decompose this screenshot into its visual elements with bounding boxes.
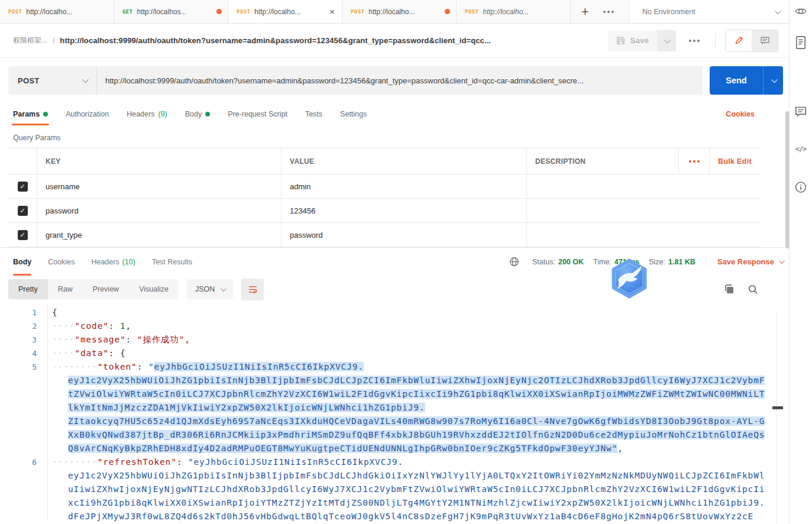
more-options-icon <box>689 160 700 163</box>
tab-label: http://localhos... <box>137 8 212 16</box>
send-options-caret[interactable] <box>763 66 783 95</box>
format-value: JSON <box>195 285 215 293</box>
bird-badge-icon[interactable] <box>610 258 648 299</box>
code-snippet-button[interactable]: </> <box>795 145 807 153</box>
response-tools <box>724 284 758 295</box>
view-mode-switcher: PrettyRawPreviewVisualize <box>8 279 179 299</box>
response-tab-test-results[interactable]: Test Results <box>152 248 192 276</box>
send-button[interactable]: Send <box>710 66 783 95</box>
column-options-cell[interactable] <box>678 148 709 174</box>
wrap-lines-button[interactable] <box>241 279 264 300</box>
method-badge: POST <box>8 9 22 15</box>
environment-selector[interactable]: No Environment <box>629 0 789 23</box>
response-tab-headers[interactable]: Headers(10) <box>91 248 135 276</box>
row-checkbox[interactable]: ✓ <box>18 230 28 240</box>
line-number <box>0 387 37 401</box>
line-number: 4 <box>0 347 37 360</box>
param-value-cell[interactable]: admin <box>281 174 526 198</box>
more-options-icon[interactable] <box>689 40 700 42</box>
code-scroll-marker[interactable] <box>772 406 783 409</box>
view-tab-visualize[interactable]: Visualize <box>129 279 179 299</box>
tab-tests[interactable]: Tests <box>305 103 322 125</box>
bulk-edit-button[interactable]: Bulk Edit <box>709 148 760 174</box>
code-line: 6········"refreshToken": "eyJhbGciOiJSUz… <box>0 455 789 469</box>
edit-mode-button[interactable] <box>726 30 752 51</box>
format-select[interactable]: JSON <box>187 279 233 299</box>
view-tab-pretty[interactable]: Pretty <box>8 279 48 299</box>
param-description-cell[interactable] <box>526 199 760 222</box>
status-value: 200 OK <box>558 258 584 266</box>
param-description-cell[interactable] <box>526 223 760 247</box>
eye-button[interactable] <box>794 5 807 17</box>
response-code[interactable]: 1{2····"code": 1,3····"message": "操作成功",… <box>0 303 789 522</box>
tab-label: Test Results <box>152 258 192 266</box>
save-options-caret[interactable] <box>657 30 676 51</box>
request-toolbar: Save <box>608 24 778 57</box>
request-tab[interactable]: POSThttp://localho... <box>457 0 571 23</box>
code-line: 4····"data": { <box>0 347 789 360</box>
column-header-key: KEY <box>37 148 281 174</box>
globe-icon[interactable] <box>509 257 519 267</box>
cookies-link[interactable]: Cookies <box>726 110 755 118</box>
method-select[interactable]: POST <box>8 66 97 95</box>
line-number <box>0 401 37 415</box>
comments-button[interactable] <box>795 105 807 118</box>
comment-button[interactable] <box>752 30 778 51</box>
save-icon <box>616 36 625 45</box>
documentation-button[interactable] <box>795 35 807 50</box>
close-icon[interactable]: × <box>328 7 336 17</box>
param-key-cell[interactable]: password <box>37 199 281 222</box>
save-button[interactable]: Save <box>608 30 676 51</box>
row-checkbox[interactable]: ✓ <box>18 182 28 192</box>
tab-body[interactable]: Body <box>185 103 211 125</box>
code-line-text: ····"data": { <box>37 347 126 360</box>
param-description-cell[interactable] <box>526 174 760 198</box>
param-key-cell[interactable]: username <box>37 174 281 198</box>
request-tabs-strip: POSThttp://localho...GEThttp://localhos.… <box>0 0 571 23</box>
tab-headers[interactable]: Headers(9) <box>127 103 167 125</box>
request-tab[interactable]: POSThttp://localho...× <box>228 0 342 23</box>
info-button[interactable] <box>795 181 807 193</box>
more-options-icon[interactable] <box>603 11 614 13</box>
param-key-cell[interactable]: grant_type <box>37 223 281 247</box>
copy-icon[interactable] <box>724 284 735 295</box>
tab-authorization[interactable]: Authorization <box>66 103 109 125</box>
request-tab[interactable]: POSThttp://localho... <box>0 0 114 23</box>
code-line: ZItaokcyq7HU5c65z4d1QJmXdsEyh69S7aNcEqs3… <box>0 415 789 428</box>
row-select-cell: ✓ <box>8 199 37 222</box>
send-button-label: Send <box>710 66 763 95</box>
search-icon[interactable] <box>748 284 758 295</box>
breadcrumb-collection[interactable]: 权限框架... <box>13 35 47 46</box>
code-line: 2····"code": 1, <box>0 319 789 333</box>
save-response-button[interactable]: Save Response <box>706 257 783 266</box>
url-input[interactable]: http://localhost:9999/auth/oauth/token?u… <box>97 66 703 95</box>
request-tab[interactable]: POSThttp://localho... <box>342 0 457 23</box>
row-checkbox[interactable]: ✓ <box>18 206 28 216</box>
table-row: ✓password123456 <box>8 199 760 223</box>
code-line-text: eyJ1c2VyX25hbWUiOiJhZG1pbiIsInNjb3BlIjpb… <box>37 469 765 483</box>
green-dot-icon <box>43 112 48 117</box>
request-tab[interactable]: GEThttp://localhos... <box>114 0 228 23</box>
param-value-cell[interactable]: password <box>281 223 526 247</box>
response-tab-cookies[interactable]: Cookies <box>48 248 75 276</box>
tab-label: Cookies <box>48 258 75 266</box>
tab-settings[interactable]: Settings <box>340 103 367 125</box>
tab-label: Authorization <box>66 110 109 118</box>
divider <box>715 33 716 48</box>
param-value-cell[interactable]: 123456 <box>281 199 526 222</box>
tab-params[interactable]: Params <box>13 103 48 125</box>
code-line-text: { <box>37 306 58 319</box>
code-line: XxB0kvQNwd387jtBp_dR306Ri6RnJCMkiip3xPmd… <box>0 428 789 442</box>
view-tab-preview[interactable]: Preview <box>83 279 129 299</box>
request-tabbar: POSThttp://localho...GEThttp://localhos.… <box>0 0 789 24</box>
row-select-cell: ✓ <box>8 223 37 247</box>
tab-pre-request-script[interactable]: Pre-request Script <box>228 103 287 125</box>
unsaved-dot-icon <box>445 9 450 14</box>
view-tab-raw[interactable]: Raw <box>48 279 83 299</box>
response-tab-body[interactable]: Body <box>13 248 31 276</box>
code-line-text: dFeJPjXMywJ3Rf0wL8ZQ4d6s2kTd0hJ56vHbGdwq… <box>37 510 753 522</box>
method-badge: POST <box>465 9 478 15</box>
code-line: eyJ1c2VyX25hbWUiOiJhZG1pbiIsInNjb3BlIjpb… <box>0 469 789 483</box>
code-line: lkYmItNmJjMzczZDA1MjVkIiwiY2xpZW50X2lkIj… <box>0 401 789 415</box>
add-tab-icon[interactable]: + <box>581 5 589 18</box>
